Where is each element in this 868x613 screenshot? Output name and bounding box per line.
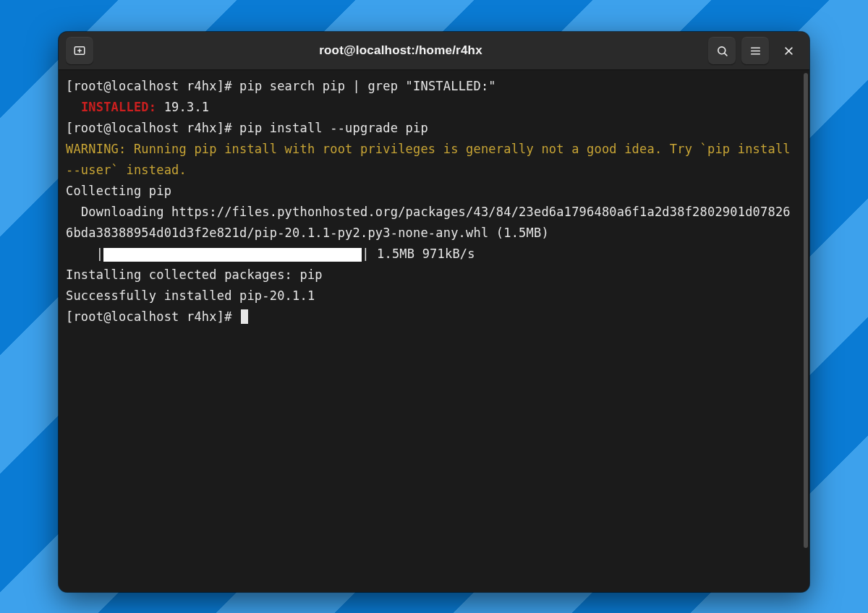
prompt: [root@localhost r4hx]# <box>66 79 239 93</box>
close-icon <box>783 46 794 56</box>
warning-text: WARNING: Running pip install with root p… <box>66 142 798 177</box>
installed-label: INSTALLED: <box>66 100 164 114</box>
search-button[interactable] <box>708 37 736 64</box>
command-1: pip search pip | grep "INSTALLED:" <box>239 79 496 93</box>
output-downloading: Downloading https://files.pythonhosted.o… <box>66 205 791 240</box>
terminal-body[interactable]: [root@localhost r4hx]# pip search pip | … <box>59 70 802 592</box>
cursor <box>241 309 248 324</box>
new-tab-icon <box>73 44 86 57</box>
installed-version: 19.3.1 <box>164 100 210 114</box>
new-tab-button[interactable] <box>66 37 93 64</box>
close-button[interactable] <box>775 37 802 64</box>
desktop-background: root@localhost:/home/r4hx <box>0 0 868 613</box>
window-title: root@localhost:/home/r4hx <box>99 43 702 58</box>
output-success: Successfully installed pip-20.1.1 <box>66 288 315 303</box>
output-collecting: Collecting pip <box>66 184 171 198</box>
terminal-body-wrap: [root@localhost r4hx]# pip search pip | … <box>59 70 809 592</box>
command-2: pip install --upgrade pip <box>239 121 428 135</box>
menu-icon <box>749 45 762 57</box>
prompt: [root@localhost r4hx]# <box>66 309 239 324</box>
prompt: [root@localhost r4hx]# <box>66 121 239 135</box>
scrollbar-thumb[interactable] <box>804 73 808 548</box>
progress-bar <box>103 248 362 262</box>
svg-line-4 <box>724 53 726 55</box>
terminal-window: root@localhost:/home/r4hx <box>59 32 809 592</box>
search-icon <box>716 45 728 57</box>
progress-suffix: | 1.5MB 971kB/s <box>362 247 475 261</box>
output-installing: Installing collected packages: pip <box>66 267 323 282</box>
menu-button[interactable] <box>741 37 769 64</box>
scrollbar[interactable] <box>802 70 809 592</box>
progress-prefix: | <box>66 247 103 261</box>
titlebar: root@localhost:/home/r4hx <box>59 32 809 70</box>
